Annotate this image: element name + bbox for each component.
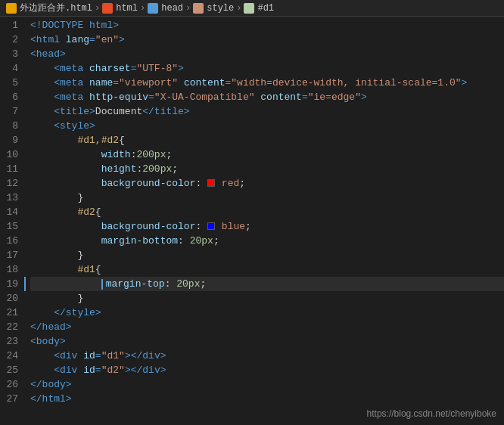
token: 20px [176, 277, 200, 291]
breadcrumb-sep-1: › [95, 3, 100, 14]
token: : [165, 277, 177, 291]
token: 200px [136, 147, 166, 162]
indent [30, 248, 77, 262]
line-num-25: 25 [6, 363, 18, 377]
token: } [77, 191, 83, 205]
token: ></div> [125, 363, 166, 377]
token: margin-top [106, 277, 165, 291]
token: "viewport" [119, 76, 178, 90]
token: #d1 [77, 262, 95, 277]
line-num-14: 14 [6, 205, 18, 219]
token: > [178, 61, 184, 76]
token: <div [54, 363, 83, 377]
line-num-18: 18 [6, 262, 18, 277]
token: { [95, 205, 101, 219]
line-num-12: 12 [6, 176, 18, 191]
token: width [101, 147, 131, 162]
breadcrumb-item-html: html [102, 3, 138, 14]
code-editor: 1 2 3 4 5 6 7 8 9 10 11 12 13 14 15 16 1… [0, 17, 504, 425]
token: "X-UA-Compatible" [154, 90, 255, 104]
code-line-15: background-color: blue; [30, 219, 504, 234]
indent [30, 191, 77, 205]
token: = [302, 90, 308, 104]
indent [30, 349, 54, 363]
line-num-20: 20 [6, 291, 18, 306]
token: #d1,#d2 [77, 133, 119, 147]
indent [30, 219, 101, 234]
indent [30, 133, 77, 147]
indent [30, 363, 54, 377]
code-line-4: <meta charset="UTF-8"> [30, 61, 504, 76]
token: > [119, 33, 125, 47]
line-num-10: 10 [6, 147, 18, 162]
token: : [195, 219, 207, 234]
token: "width=device-width, initial-scale=1.0" [231, 76, 461, 90]
line-num-16: 16 [6, 234, 18, 248]
line-num-4: 4 [6, 61, 18, 76]
code-content[interactable]: <!DOCTYPE html> <html lang="en"> <head> … [24, 17, 504, 425]
line-num-1: 1 [6, 18, 18, 33]
token: > [462, 76, 468, 90]
code-line-13: } [30, 191, 504, 205]
token: <style> [54, 119, 95, 133]
token: : [136, 162, 142, 176]
token: </body> [30, 377, 72, 392]
token: background-color [101, 219, 196, 234]
token: 200px [142, 162, 172, 176]
indent [30, 306, 54, 320]
code-line-8: <style> [30, 119, 504, 133]
token: http-equiv [89, 90, 148, 104]
token: = [95, 349, 101, 363]
code-line-11: height:200px; [30, 162, 504, 176]
token: : [131, 147, 137, 162]
token: = [131, 61, 137, 76]
token: <meta [54, 90, 89, 104]
code-line-20: } [30, 291, 504, 306]
token: 20px [190, 234, 213, 248]
style-icon [193, 3, 204, 14]
token: <!DOCTYPE html> [30, 18, 119, 33]
line-num-22: 22 [6, 320, 18, 334]
token: "d1" [101, 349, 125, 363]
line-num-3: 3 [6, 47, 18, 61]
code-line-18: #d1{ [30, 262, 504, 277]
indent [30, 176, 101, 191]
color-swatch-red [207, 179, 215, 187]
token: id [83, 363, 95, 377]
line-num-26: 26 [6, 377, 18, 392]
code-line-19: margin-top: 20px; [30, 277, 504, 291]
token: { [95, 262, 101, 277]
token: lang [66, 33, 89, 47]
code-line-21: </style> [30, 306, 504, 320]
line-num-19: 19 [6, 277, 18, 291]
token [178, 76, 184, 90]
token: </title> [142, 104, 189, 119]
breadcrumb-sep-4: › [236, 3, 241, 14]
indent [30, 76, 54, 90]
breadcrumb-item-head: head [148, 3, 183, 14]
token: </style> [54, 306, 101, 320]
token: Document [95, 104, 142, 119]
token: <body> [30, 334, 66, 349]
indent [30, 147, 101, 162]
breadcrumb-style-label: style [207, 3, 234, 14]
indent [30, 61, 54, 76]
token: margin-bottom [101, 234, 178, 248]
token: content [184, 76, 226, 90]
color-swatch-blue [207, 222, 215, 230]
line-num-6: 6 [6, 90, 18, 104]
line-num-21: 21 [6, 306, 18, 320]
token: "ie=edge" [308, 90, 361, 104]
file-icon [6, 3, 17, 14]
breadcrumb-sep-3: › [185, 3, 191, 14]
watermark: https://blog.csdn.net/chenyiboke [367, 408, 496, 419]
indent [30, 90, 54, 104]
token: content [260, 90, 302, 104]
code-line-16: margin-bottom: 20px; [30, 234, 504, 248]
token: <div [54, 349, 83, 363]
code-line-27: </html> [30, 392, 504, 406]
token: <head> [30, 47, 66, 61]
token: "d2" [101, 363, 125, 377]
code-line-12: background-color: red; [30, 176, 504, 191]
line-num-13: 13 [6, 191, 18, 205]
